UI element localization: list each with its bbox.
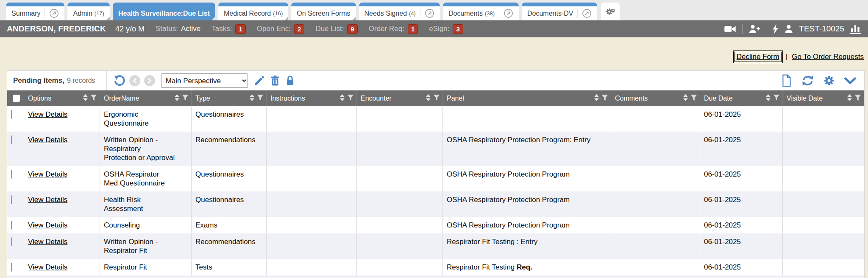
column-header-type[interactable]: Type [192, 90, 267, 106]
tab-accent-strip [522, 3, 597, 6]
header-select-all[interactable] [7, 90, 24, 106]
video-camera-icon[interactable] [724, 25, 736, 33]
banner-metric-badge[interactable]: 1 [408, 24, 418, 34]
cell-instructions [267, 217, 357, 233]
lock-button[interactable] [285, 75, 295, 86]
row-checkbox[interactable] [11, 135, 12, 144]
view-details-link[interactable]: View Details [28, 110, 67, 118]
next-perspective-button[interactable] [144, 75, 155, 86]
tab-accent-strip [291, 3, 356, 6]
column-header-due_date[interactable]: Due Date [700, 90, 783, 106]
filter-funnel-icon[interactable] [90, 94, 97, 103]
tab-accent-strip [6, 3, 64, 6]
filter-funnel-icon[interactable] [257, 94, 264, 103]
patient-banner: ANDERSON, FREDERICK 42 y/o M Status:Acti… [0, 20, 868, 37]
filter-funnel-icon[interactable] [773, 94, 780, 103]
column-header-visible_date[interactable]: Visible Date [783, 90, 864, 106]
tab-accent-strip [218, 3, 288, 6]
tab-settings-button[interactable] [601, 3, 620, 20]
sort-icon[interactable] [174, 94, 180, 103]
table-header-row: OptionsOrderNameTypeInstructionsEncounte… [7, 90, 864, 106]
cell-comments [611, 166, 700, 191]
column-header-instructions[interactable]: Instructions [267, 90, 357, 106]
sort-icon[interactable] [426, 94, 431, 103]
refresh-button[interactable] [801, 75, 814, 87]
row-checkbox[interactable] [11, 170, 12, 179]
column-header-encounter[interactable]: Encounter [357, 90, 443, 106]
prev-perspective-button[interactable] [129, 75, 140, 86]
row-checkbox[interactable] [11, 195, 12, 204]
sort-icon[interactable] [339, 94, 345, 103]
new-document-button[interactable] [781, 74, 792, 87]
tab-accent-strip [67, 3, 109, 6]
banner-metric-badge[interactable]: 9 [347, 24, 357, 34]
undo-button[interactable] [114, 75, 125, 87]
filter-funnel-icon[interactable] [690, 94, 697, 103]
view-details-link[interactable]: View Details [28, 196, 67, 204]
row-checkbox[interactable] [11, 221, 12, 230]
user-icon[interactable] [785, 25, 793, 33]
sort-icon[interactable] [83, 94, 88, 103]
grid-record-count: 9 records [67, 77, 95, 84]
view-details-link[interactable]: View Details [28, 238, 67, 246]
view-details-link[interactable]: View Details [28, 136, 67, 144]
column-header-order_name[interactable]: OrderName [100, 90, 192, 106]
filter-funnel-icon[interactable] [854, 94, 861, 103]
bar-chart-icon[interactable] [850, 24, 861, 34]
tab-admin[interactable]: Admin(17) [67, 3, 109, 20]
tab-corner-fold [106, 17, 110, 20]
tab-summary[interactable]: Summary [6, 3, 64, 20]
popout-icon[interactable] [577, 8, 592, 18]
banner-metric-badge[interactable]: 3 [453, 24, 463, 34]
add-person-icon[interactable] [748, 25, 760, 34]
decline-form-link[interactable]: Decline Form [737, 53, 779, 61]
cell-checkbox [7, 217, 24, 233]
tab-label: Documents [448, 10, 483, 17]
tab-documents[interactable]: Documents(38) [443, 3, 519, 20]
cell-panel: OSHA Respiratory Protection Program [443, 217, 611, 233]
banner-metric-label: Open Enc: [257, 25, 291, 33]
view-details-link[interactable]: View Details [28, 170, 67, 178]
row-checkbox[interactable] [11, 263, 12, 272]
column-header-options[interactable]: Options [24, 90, 100, 106]
sort-icon[interactable] [249, 94, 255, 103]
row-checkbox[interactable] [11, 237, 12, 246]
sort-icon[interactable] [765, 94, 771, 103]
cell-comments [611, 233, 700, 259]
popout-icon[interactable] [420, 8, 434, 18]
cell-options: View Details [24, 191, 100, 217]
grid-settings-gear-button[interactable] [823, 75, 835, 86]
perspective-select[interactable]: Main Perspective [161, 73, 248, 88]
select-all-checkbox[interactable] [13, 95, 20, 102]
patient-metrics: Status:ActiveTasks:1Open Enc:2Due List:9… [145, 24, 463, 34]
view-details-link[interactable]: View Details [28, 263, 67, 271]
sort-icon[interactable] [683, 94, 688, 103]
sort-icon[interactable] [594, 94, 599, 103]
edit-pencil-button[interactable] [254, 75, 265, 86]
view-details-link[interactable]: View Details [28, 221, 67, 229]
banner-metric-badge[interactable]: 1 [235, 24, 245, 34]
filter-funnel-icon[interactable] [182, 94, 189, 103]
collapse-chevron-button[interactable] [844, 77, 857, 84]
sort-icon[interactable] [847, 94, 852, 103]
delete-trash-button[interactable] [270, 75, 280, 86]
column-header-comments[interactable]: Comments [611, 90, 700, 106]
column-header-panel[interactable]: Panel [443, 90, 611, 106]
popout-icon[interactable] [45, 8, 59, 18]
cell-visible_date [783, 191, 864, 217]
banner-metric-badge[interactable]: 2 [294, 24, 304, 34]
tab-health-surveillance-due-list[interactable]: Health Surveillance:Due List [113, 3, 215, 20]
go-to-order-requests-link[interactable]: Go To Order Requests [792, 53, 864, 61]
tab-medical-record[interactable]: Medical Record(16) [218, 3, 288, 20]
tab-accent-strip [359, 3, 440, 6]
filter-funnel-icon[interactable] [347, 94, 354, 103]
filter-funnel-icon[interactable] [601, 94, 608, 103]
lightning-icon[interactable] [772, 24, 779, 34]
tab-needs-signed[interactable]: Needs Signed(4) [359, 3, 440, 20]
popout-icon[interactable] [499, 8, 513, 18]
column-label: Instructions [270, 95, 338, 102]
tab-on-screen-forms[interactable]: On Screen Forms [291, 3, 356, 20]
filter-funnel-icon[interactable] [433, 94, 440, 103]
tab-documents-dv[interactable]: Documents-DV [522, 3, 597, 20]
row-checkbox[interactable] [11, 110, 12, 119]
